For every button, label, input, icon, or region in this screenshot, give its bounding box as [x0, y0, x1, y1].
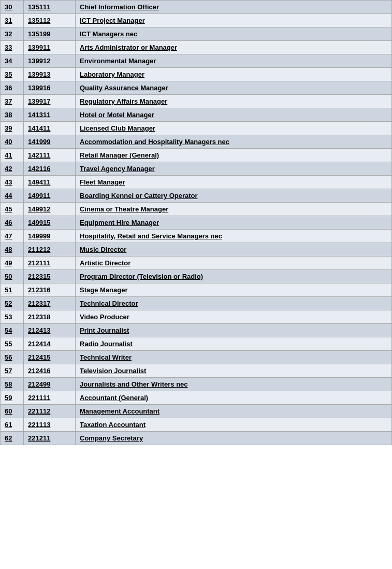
row-number: 40: [1, 135, 24, 149]
row-number: 39: [1, 122, 24, 135]
occupation-title: Environmental Manager: [76, 54, 392, 68]
occupation-title: Music Director: [76, 243, 392, 257]
occupation-title: Company Secretary: [76, 432, 392, 445]
table-row: 44149911Boarding Kennel or Cattery Opera…: [1, 189, 392, 203]
row-number: 47: [1, 230, 24, 243]
occupation-code: 141999: [24, 135, 76, 149]
occupation-code: 139913: [24, 68, 76, 81]
row-number: 41: [1, 149, 24, 162]
occupation-code: 212416: [24, 364, 76, 378]
row-number: 46: [1, 216, 24, 230]
occupation-code: 139911: [24, 41, 76, 54]
occupation-code: 221113: [24, 418, 76, 432]
occupation-code: 212316: [24, 283, 76, 297]
occupation-title: Journalists and Other Writers nec: [76, 378, 392, 391]
table-row: 53212318Video Producer: [1, 310, 392, 324]
occupation-title: Regulatory Affairs Manager: [76, 95, 392, 108]
table-row: 55212414Radio Journalist: [1, 337, 392, 351]
row-number: 30: [1, 1, 24, 14]
occupations-table: 30135111Chief Information Officer3113511…: [0, 0, 392, 445]
table-row: 32135199ICT Managers nec: [1, 27, 392, 41]
occupation-code: 149911: [24, 189, 76, 203]
occupation-title: Radio Journalist: [76, 337, 392, 351]
table-row: 41142111Retail Manager (General): [1, 149, 392, 162]
occupation-code: 149912: [24, 203, 76, 216]
row-number: 59: [1, 391, 24, 405]
occupation-title: Television Journalist: [76, 364, 392, 378]
table-row: 45149912Cinema or Theatre Manager: [1, 203, 392, 216]
row-number: 35: [1, 68, 24, 81]
table-row: 48211212Music Director: [1, 243, 392, 257]
table-row: 62221211Company Secretary: [1, 432, 392, 445]
table-row: 47149999Hospitality, Retail and Service …: [1, 230, 392, 243]
table-row: 31135112ICT Project Manager: [1, 14, 392, 27]
table-row: 35139913Laboratory Manager: [1, 68, 392, 81]
table-row: 59221111Accountant (General): [1, 391, 392, 405]
occupation-code: 211212: [24, 243, 76, 257]
occupation-title: Fleet Manager: [76, 176, 392, 189]
table-row: 51212316Stage Manager: [1, 283, 392, 297]
occupation-code: 141411: [24, 122, 76, 135]
row-number: 33: [1, 41, 24, 54]
row-number: 37: [1, 95, 24, 108]
occupation-code: 212111: [24, 257, 76, 270]
occupation-title: Retail Manager (General): [76, 149, 392, 162]
row-number: 44: [1, 189, 24, 203]
occupation-code: 149999: [24, 230, 76, 243]
occupation-title: Cinema or Theatre Manager: [76, 203, 392, 216]
row-number: 57: [1, 364, 24, 378]
row-number: 58: [1, 378, 24, 391]
occupation-code: 212415: [24, 351, 76, 364]
table-row: 50212315Program Director (Television or …: [1, 270, 392, 283]
table-row: 37139917Regulatory Affairs Manager: [1, 95, 392, 108]
occupation-title: Program Director (Television or Radio): [76, 270, 392, 283]
occupation-code: 221211: [24, 432, 76, 445]
row-number: 60: [1, 405, 24, 418]
occupation-code: 139916: [24, 81, 76, 95]
table-row: 39141411Licensed Club Manager: [1, 122, 392, 135]
row-number: 38: [1, 108, 24, 122]
row-number: 48: [1, 243, 24, 257]
occupation-code: 221112: [24, 405, 76, 418]
occupation-code: 142116: [24, 162, 76, 176]
row-number: 51: [1, 283, 24, 297]
occupation-title: Taxation Accountant: [76, 418, 392, 432]
occupation-code: 212413: [24, 324, 76, 337]
table-row: 52212317Technical Director: [1, 297, 392, 310]
occupation-title: Hospitality, Retail and Service Managers…: [76, 230, 392, 243]
row-number: 43: [1, 176, 24, 189]
row-number: 45: [1, 203, 24, 216]
row-number: 49: [1, 257, 24, 270]
row-number: 55: [1, 337, 24, 351]
occupation-code: 212315: [24, 270, 76, 283]
occupation-title: Arts Administrator or Manager: [76, 41, 392, 54]
occupation-title: Management Accountant: [76, 405, 392, 418]
table-row: 61221113Taxation Accountant: [1, 418, 392, 432]
row-number: 54: [1, 324, 24, 337]
occupation-code: 149411: [24, 176, 76, 189]
row-number: 36: [1, 81, 24, 95]
row-number: 31: [1, 14, 24, 27]
occupation-code: 212317: [24, 297, 76, 310]
table-row: 33139911Arts Administrator or Manager: [1, 41, 392, 54]
occupation-title: Print Journalist: [76, 324, 392, 337]
occupation-title: Travel Agency Manager: [76, 162, 392, 176]
occupation-title: Video Producer: [76, 310, 392, 324]
occupation-title: Licensed Club Manager: [76, 122, 392, 135]
occupation-code: 149915: [24, 216, 76, 230]
table-row: 49212111Artistic Director: [1, 257, 392, 270]
table-row: 54212413Print Journalist: [1, 324, 392, 337]
occupation-code: 139912: [24, 54, 76, 68]
row-number: 62: [1, 432, 24, 445]
occupation-title: Hotel or Motel Manager: [76, 108, 392, 122]
table-row: 57212416Television Journalist: [1, 364, 392, 378]
occupation-title: Technical Writer: [76, 351, 392, 364]
occupation-title: ICT Project Manager: [76, 14, 392, 27]
row-number: 34: [1, 54, 24, 68]
occupation-title: Quality Assurance Manager: [76, 81, 392, 95]
table-row: 30135111Chief Information Officer: [1, 1, 392, 14]
table-row: 56212415Technical Writer: [1, 351, 392, 364]
table-row: 46149915Equipment Hire Manager: [1, 216, 392, 230]
occupation-code: 135112: [24, 14, 76, 27]
occupation-title: Chief Information Officer: [76, 1, 392, 14]
